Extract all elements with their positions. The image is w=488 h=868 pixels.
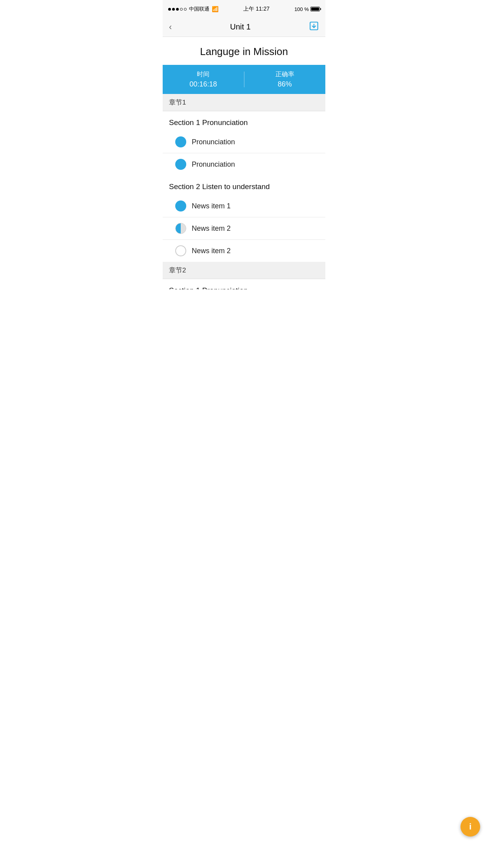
accuracy-label: 正确率 [244,70,326,79]
accuracy-value: 86% [244,80,326,88]
stats-banner: 时间 00:16:18 正确率 86% [163,65,325,94]
battery-icon [310,7,320,11]
status-bar: 中国联通 📶 上午 11:27 100 % [163,0,325,17]
list-item[interactable]: News item 1 [163,195,325,217]
time-stat: 时间 00:16:18 [163,70,244,88]
progress-icon-full [175,136,186,147]
back-button[interactable]: ‹ [169,22,172,32]
dot-5 [184,8,187,11]
accuracy-stat: 正确率 86% [244,70,326,88]
signal-dots [168,8,187,11]
section-title-1-1: Section 1 Pronunciation [163,111,325,131]
section-title-1-2: Section 2 Listen to understand [163,175,325,195]
chapter-header-2: 章节2 [163,262,325,279]
download-button[interactable] [309,21,319,33]
item-label: News item 1 [192,202,231,210]
item-label: Pronunciation [192,160,235,169]
nav-title: Unit 1 [230,22,251,31]
section-1-1-items: Pronunciation Pronunciation [163,131,325,175]
dot-3 [176,8,179,11]
list-item[interactable]: News item 2 [163,217,325,240]
status-right: 100 % [294,6,320,12]
progress-icon-full [175,159,186,170]
list-item[interactable]: News item 2 [163,240,325,262]
time-value: 00:16:18 [163,80,244,88]
nav-bar: ‹ Unit 1 [163,17,325,37]
progress-icon-full [175,200,186,211]
time-label: 时间 [163,70,244,79]
item-label: News item 2 [192,224,231,233]
item-label: News item 2 [192,247,231,255]
main-content: Languge in Mission 时间 00:16:18 正确率 86% 章… [163,37,325,289]
page-title: Languge in Mission [163,37,325,65]
list-item[interactable]: Pronunciation [163,153,325,175]
list-item[interactable]: Pronunciation [163,131,325,153]
status-left: 中国联通 📶 [168,6,218,13]
section-1-2-items: News item 1 News item 2 News item 2 [163,195,325,262]
battery-percent: 100 % [294,6,309,12]
battery-fill [311,7,319,11]
progress-icon-half [175,223,186,234]
chapter-header-1: 章节1 [163,94,325,111]
dot-2 [172,8,175,11]
dot-1 [168,8,171,11]
progress-icon-empty [175,245,186,256]
carrier-label: 中国联通 [189,6,209,13]
section-title-2-1: Section 1 Pronunciation [163,279,325,289]
wifi-icon: 📶 [212,6,218,12]
status-time: 上午 11:27 [243,6,270,13]
item-label: Pronunciation [192,138,235,146]
dot-4 [180,8,183,11]
